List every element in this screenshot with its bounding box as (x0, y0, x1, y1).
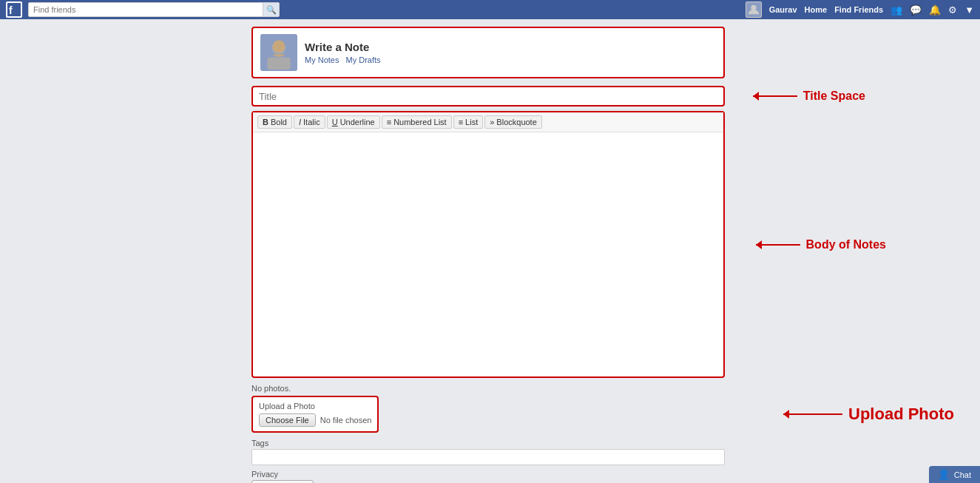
toolbar-bold[interactable]: B Bold (257, 115, 292, 129)
no-file-text: No file chosen (320, 416, 372, 425)
toolbar-blockquote[interactable]: » Blockquote (484, 115, 542, 129)
upload-arrow (783, 413, 842, 415)
upload-file-row: Choose File No file chosen (259, 413, 371, 427)
my-drafts-link[interactable]: My Drafts (346, 55, 381, 64)
privacy-section: Privacy 👥 Friends ▼ (251, 470, 725, 483)
editor-toolbar: B Bold I Italic U Underline ≡ Numbered L… (253, 112, 723, 132)
numbered-list-icon: ≡ (387, 118, 391, 126)
title-input[interactable] (251, 86, 725, 107)
top-navigation: f 🔍 Gaurav Home Find Friends 👥 💬 🔔 ⚙ ▼ (0, 0, 980, 19)
privacy-label: Privacy (251, 470, 725, 479)
upload-photo-annotation: Upload Photo (783, 405, 954, 424)
note-links: My Notes My Drafts (305, 55, 385, 64)
toolbar-underline[interactable]: U Underline (327, 115, 380, 129)
upload-section: Upload a Photo Choose File No file chose… (251, 396, 725, 433)
title-space-label: Title Space (803, 89, 865, 103)
blockquote-icon: » (490, 118, 494, 126)
settings-icon: ⚙ (948, 4, 957, 16)
center-content: Write a Note My Notes My Drafts Title Sp… (251, 27, 725, 483)
body-of-notes-annotation: Body of Notes (756, 238, 886, 251)
my-notes-link[interactable]: My Notes (305, 55, 339, 64)
note-header: Write a Note My Notes My Drafts (251, 27, 725, 78)
messages-icon: 💬 (910, 4, 922, 16)
list-icon: ≡ (459, 118, 463, 126)
upload-photo-label: Upload Photo (848, 405, 954, 424)
search-input[interactable] (29, 3, 263, 16)
title-input-wrap: Title Space (251, 86, 725, 107)
notifications-icon: 🔔 (929, 4, 941, 16)
svg-text:f: f (9, 4, 13, 16)
italic-icon: I (299, 118, 301, 126)
upload-label: Upload a Photo (259, 402, 371, 411)
main-content: Write a Note My Notes My Drafts Title Sp… (0, 19, 980, 483)
toolbar-list[interactable]: ≡ List (453, 115, 484, 129)
search-button[interactable]: 🔍 (263, 3, 279, 16)
body-of-notes-label: Body of Notes (806, 238, 886, 251)
bold-icon: B (263, 118, 268, 126)
list-label: List (465, 118, 478, 126)
dropdown-icon: ▼ (964, 4, 974, 16)
chat-icon: 👤 (938, 469, 950, 480)
svg-point-4 (273, 40, 285, 53)
numbered-list-label: Numbered List (393, 118, 447, 126)
bold-label: Bold (271, 118, 287, 126)
friends-icon: 👥 (891, 4, 902, 16)
svg-rect-3 (267, 57, 290, 70)
blockquote-label: Blockquote (496, 118, 536, 126)
chat-bar[interactable]: 👤 Chat (929, 466, 980, 483)
tags-input[interactable] (251, 449, 725, 465)
search-bar[interactable]: 🔍 (28, 2, 280, 17)
facebook-logo: f (6, 1, 22, 18)
toolbar-italic[interactable]: I Italic (294, 115, 325, 129)
italic-label: Italic (303, 118, 320, 126)
svg-point-1 (751, 5, 756, 10)
nav-right: Gaurav Home Find Friends 👥 💬 🔔 ⚙ ▼ (746, 1, 974, 18)
sidebar-left (0, 27, 251, 483)
title-arrow (753, 95, 797, 97)
user-avatar (260, 34, 297, 71)
nav-username[interactable]: Gaurav (769, 5, 797, 14)
user-avatar-small (746, 1, 762, 18)
no-photos-text: No photos. (251, 384, 725, 393)
editor-body[interactable] (253, 132, 723, 376)
chat-label: Chat (954, 470, 971, 479)
choose-file-button[interactable]: Choose File (259, 413, 316, 427)
toolbar-numbered-list[interactable]: ≡ Numbered List (382, 115, 452, 129)
privacy-dropdown[interactable]: 👥 Friends ▼ (251, 480, 314, 483)
upload-box: Upload a Photo Choose File No file chose… (251, 396, 379, 433)
write-note-title: Write a Note (305, 41, 385, 53)
note-title-area: Write a Note My Notes My Drafts (305, 41, 385, 64)
tags-label: Tags (251, 439, 725, 447)
body-arrow (756, 244, 800, 246)
tags-section: Tags (251, 439, 725, 465)
editor-wrap: B Bold I Italic U Underline ≡ Numbered L… (251, 111, 725, 378)
nav-find-friends-link[interactable]: Find Friends (834, 5, 883, 14)
underline-icon: U (332, 118, 338, 126)
title-space-annotation: Title Space (753, 89, 865, 103)
nav-home-link[interactable]: Home (805, 5, 828, 14)
underline-label: Underline (340, 118, 375, 126)
